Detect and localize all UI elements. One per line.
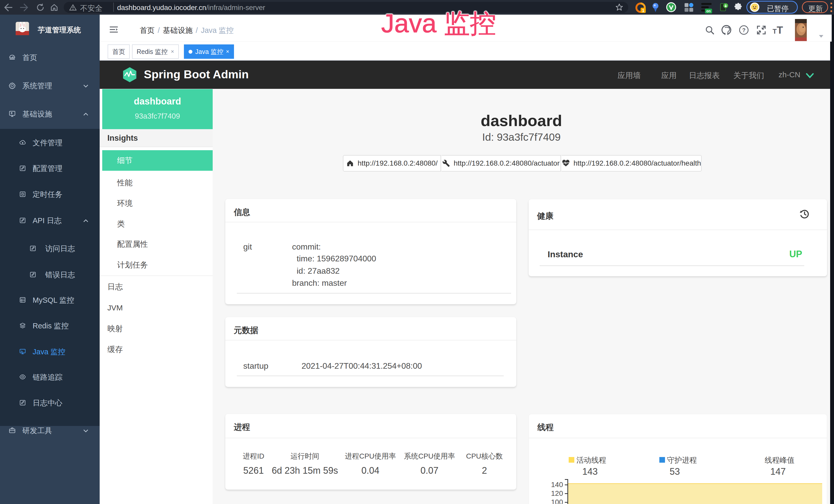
svg-text:1: 1 bbox=[642, 8, 644, 13]
svg-text:on: on bbox=[706, 9, 711, 13]
svg-text:?: ? bbox=[742, 27, 745, 33]
